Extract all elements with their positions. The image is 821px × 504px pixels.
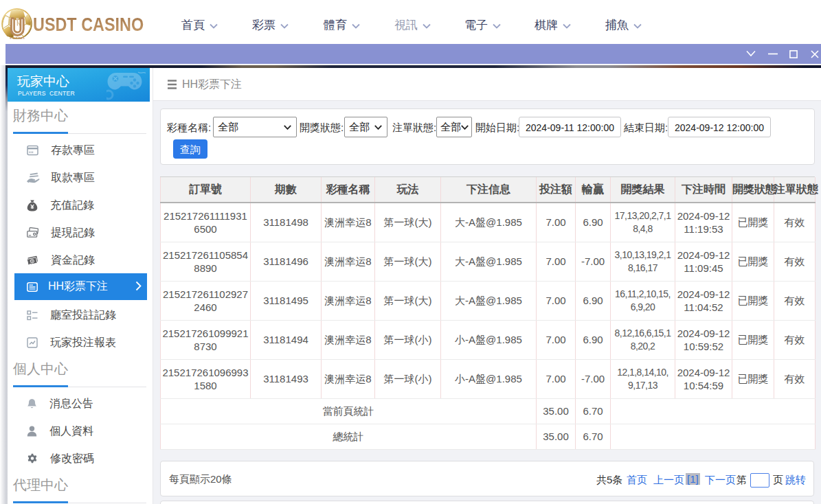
svg-text:CASINO: CASINO xyxy=(10,36,25,39)
